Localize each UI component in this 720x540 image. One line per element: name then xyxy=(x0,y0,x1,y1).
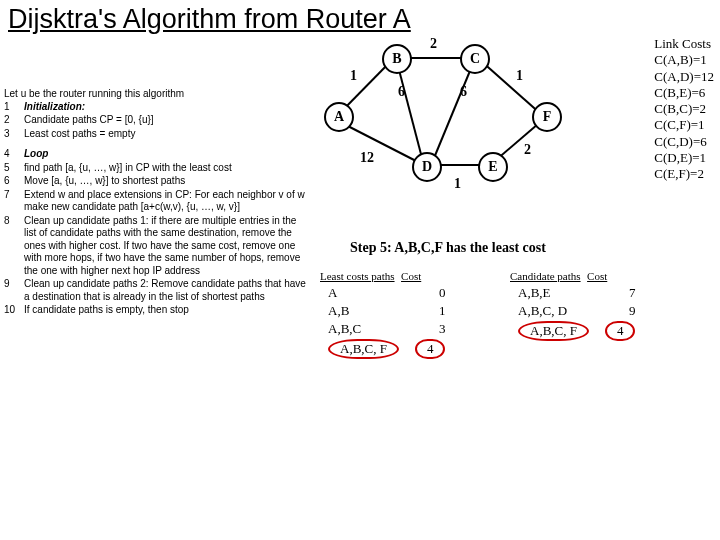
algo-intro: Let u be the router running this algorit… xyxy=(4,88,314,101)
page-title: Dijsktra's Algorithm from Router A xyxy=(0,0,720,35)
algo-line: Clean up candidate paths 1: if there are… xyxy=(24,215,314,279)
svg-line-4 xyxy=(434,66,472,158)
algo-line-num: 2 xyxy=(4,114,24,128)
algo-line-num: 4 xyxy=(4,148,24,162)
node-b: B xyxy=(382,44,412,74)
link-cost-row: C(B,C)=2 xyxy=(654,101,714,117)
table-row: A,B,E7 xyxy=(510,284,643,302)
svg-line-2 xyxy=(480,60,542,115)
table-row: A,B,C, D9 xyxy=(510,302,643,320)
edge-label-be: 6 xyxy=(398,84,405,100)
link-cost-row: C(A,B)=1 xyxy=(654,52,714,68)
network-graph: A B C D E F 1 2 1 6 6 12 1 2 xyxy=(320,40,580,210)
table-row: A,B,C3 xyxy=(320,320,453,338)
node-e: E xyxy=(478,152,508,182)
algo-line: Extend w and place extensions in CP: For… xyxy=(24,189,314,215)
edge-label-bc: 2 xyxy=(430,36,437,52)
svg-line-5 xyxy=(340,122,418,162)
highlighted-path: A,B,C, F xyxy=(328,339,399,359)
table-row: A,B,C, F4 xyxy=(320,338,453,360)
algo-line-num: 6 xyxy=(4,175,24,189)
algo-line: Candidate paths CP = [0, {u}] xyxy=(24,114,314,128)
link-cost-row: C(C,D)=6 xyxy=(654,134,714,150)
algo-line: find path [a, {u, …, w}] in CP with the … xyxy=(24,162,314,176)
table-row: A,B1 xyxy=(320,302,453,320)
least-header-cost: Cost xyxy=(401,270,421,282)
link-cost-row: C(B,E)=6 xyxy=(654,85,714,101)
algorithm-pseudocode: Let u be the router running this algorit… xyxy=(4,88,314,318)
node-d: D xyxy=(412,152,442,182)
algo-line-num: 8 xyxy=(4,215,24,279)
link-costs-panel: Link Costs C(A,B)=1 C(A,D)=12 C(B,E)=6 C… xyxy=(654,36,714,182)
cand-header-paths: Candidate paths xyxy=(510,270,581,282)
algo-line: Least cost paths = empty xyxy=(24,128,314,142)
table-row: A,B,C, F4 xyxy=(510,320,643,342)
highlighted-candidate-cost: 4 xyxy=(605,321,636,341)
edge-label-ab: 1 xyxy=(350,68,357,84)
edge-label-cd: 6 xyxy=(460,84,467,100)
edge-label-de: 1 xyxy=(454,176,461,192)
node-f: F xyxy=(532,102,562,132)
algo-line: Move [a, {u, …, w}] to shortest paths xyxy=(24,175,314,189)
candidate-paths-table: Candidate paths Cost A,B,E7 A,B,C, D9 A,… xyxy=(510,268,643,342)
svg-line-3 xyxy=(398,66,422,158)
link-cost-row: C(D,E)=1 xyxy=(654,150,714,166)
highlighted-candidate: A,B,C, F xyxy=(518,321,589,341)
algo-line: Initialization: xyxy=(24,101,314,115)
algo-line-num: 5 xyxy=(4,162,24,176)
link-cost-row: C(C,F)=1 xyxy=(654,117,714,133)
edge-label-cf: 1 xyxy=(516,68,523,84)
step-caption: Step 5: A,B,C,F has the least cost xyxy=(350,240,546,256)
algo-line-num: 7 xyxy=(4,189,24,215)
link-costs-title: Link Costs xyxy=(654,36,714,52)
algo-line: Clean up candidate paths 2: Remove candi… xyxy=(24,278,314,304)
edge-label-ef: 2 xyxy=(524,142,531,158)
link-cost-row: C(E,F)=2 xyxy=(654,166,714,182)
least-cost-paths-table: Least costs paths Cost A0 A,B1 A,B,C3 A,… xyxy=(320,268,453,360)
link-cost-row: C(A,D)=12 xyxy=(654,69,714,85)
algo-line-num: 10 xyxy=(4,304,24,318)
least-header-paths: Least costs paths xyxy=(320,270,395,282)
edge-label-ad: 12 xyxy=(360,150,374,166)
algo-line-num: 9 xyxy=(4,278,24,304)
highlighted-cost: 4 xyxy=(415,339,446,359)
algo-line: Loop xyxy=(24,148,314,162)
algo-line-num: 1 xyxy=(4,101,24,115)
cand-header-cost: Cost xyxy=(587,270,607,282)
algo-line: If candidate paths is empty, then stop xyxy=(24,304,314,318)
node-c: C xyxy=(460,44,490,74)
node-a: A xyxy=(324,102,354,132)
table-row: A0 xyxy=(320,284,453,302)
algo-line-num: 3 xyxy=(4,128,24,142)
